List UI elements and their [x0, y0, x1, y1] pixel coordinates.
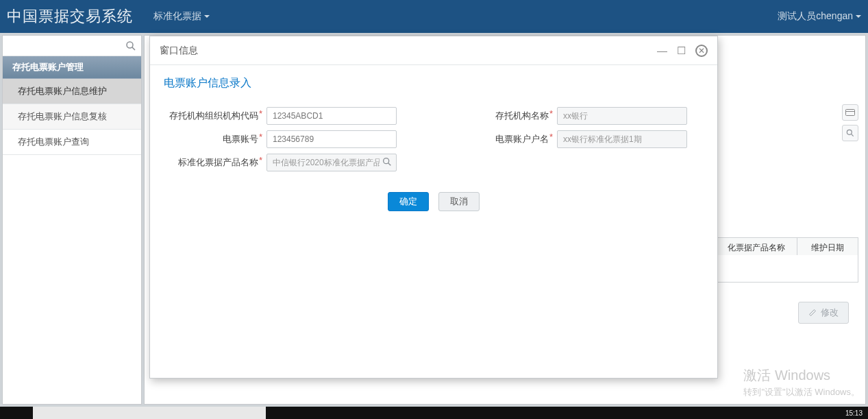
edit-icon	[808, 309, 817, 317]
svg-point-4	[847, 130, 852, 134]
field-acct-name: 电票账户户名*	[454, 130, 704, 148]
svg-line-5	[851, 134, 853, 136]
user-label: 测试人员chengan	[778, 10, 853, 23]
user-menu[interactable]: 测试人员chengan	[778, 10, 861, 23]
form-grid: 存托机构组织机构代码* 存托机构名称* 电票账号*	[164, 107, 704, 171]
chevron-down-icon	[204, 15, 210, 21]
top-header: 中国票据交易系统 标准化票据 测试人员chengan	[0, 0, 868, 33]
product-name-label: 标准化票据产品名称*	[164, 156, 266, 169]
app-brand: 中国票据交易系统	[7, 6, 133, 27]
cancel-button[interactable]: 取消	[438, 192, 480, 211]
modal-title: 窗口信息	[160, 45, 647, 57]
org-code-label: 存托机构组织机构代码*	[164, 110, 266, 122]
field-product-name: 标准化票据产品名称*	[164, 154, 413, 171]
minimize-button[interactable]: —	[657, 45, 667, 56]
acct-name-input[interactable]	[557, 130, 687, 148]
menu-label: 标准化票据	[153, 10, 201, 23]
watermark-line2: 转到"设置"以激活 Windows。	[743, 386, 860, 398]
menu-standard-bills[interactable]: 标准化票据	[153, 10, 210, 23]
sidebar: 存托电票账户管理 存托电票账户信息维护 存托电票账户信息复核 存托电票账户查询	[2, 35, 142, 405]
product-name-input[interactable]	[266, 154, 397, 171]
svg-point-6	[384, 158, 389, 164]
card-icon	[845, 109, 855, 116]
search-icon	[382, 156, 393, 167]
bg-toolbar-card-icon[interactable]	[842, 104, 858, 121]
ok-button[interactable]: 确定	[388, 192, 429, 211]
bg-toolbar	[842, 104, 858, 141]
sidebar-search[interactable]	[3, 36, 141, 56]
modal-actions: 确定 取消	[164, 192, 704, 211]
acct-name-label: 电票账户户名*	[454, 133, 557, 145]
close-button[interactable]: ✕	[695, 45, 708, 57]
watermark-line1: 激活 Windows	[743, 366, 860, 385]
sidebar-item-review[interactable]: 存托电票账户信息复核	[3, 104, 141, 130]
sidebar-item-maintain[interactable]: 存托电票账户信息维护	[3, 79, 141, 104]
modify-button[interactable]: 修改	[798, 302, 849, 324]
modify-label: 修改	[821, 307, 839, 319]
sidebar-item-query[interactable]: 存托电票账户查询	[3, 130, 141, 155]
bg-toolbar-search-icon[interactable]	[842, 125, 858, 141]
product-lookup-button[interactable]	[382, 156, 393, 170]
org-name-label: 存托机构名称*	[454, 110, 557, 122]
taskbar: 15:13	[0, 407, 868, 419]
maximize-button[interactable]: ☐	[677, 45, 686, 57]
field-acct-no: 电票账号*	[164, 130, 413, 148]
field-org-code: 存托机构组织机构代码*	[164, 107, 413, 125]
modal-body: 电票账户信息录入 存托机构组织机构代码* 存托机构名称*	[150, 65, 717, 222]
search-icon	[125, 40, 137, 52]
org-code-input[interactable]	[266, 107, 397, 125]
bg-table-body	[715, 255, 858, 283]
taskbar-clock: 15:13	[845, 409, 868, 417]
chevron-down-icon	[856, 15, 861, 21]
org-name-input[interactable]	[557, 107, 687, 125]
taskbar-active-app[interactable]	[33, 407, 266, 419]
modal-window: 窗口信息 — ☐ ✕ 电票账户信息录入 存托机构组织机构代码* 存托机构名称*	[149, 36, 718, 379]
sidebar-group-title: 存托电票账户管理	[3, 56, 141, 79]
acct-no-input[interactable]	[266, 130, 397, 148]
svg-line-7	[388, 163, 391, 166]
field-org-name: 存托机构名称*	[454, 107, 704, 125]
modal-section-title: 电票账户信息录入	[164, 76, 704, 91]
svg-line-1	[132, 47, 135, 49]
windows-activation-watermark: 激活 Windows 转到"设置"以激活 Windows。	[743, 366, 860, 398]
sidebar-search-input[interactable]	[7, 40, 125, 51]
modal-titlebar: 窗口信息 — ☐ ✕	[150, 36, 717, 65]
svg-rect-2	[846, 110, 855, 116]
svg-point-0	[127, 42, 133, 48]
search-icon	[845, 128, 855, 138]
acct-no-label: 电票账号*	[164, 133, 266, 145]
